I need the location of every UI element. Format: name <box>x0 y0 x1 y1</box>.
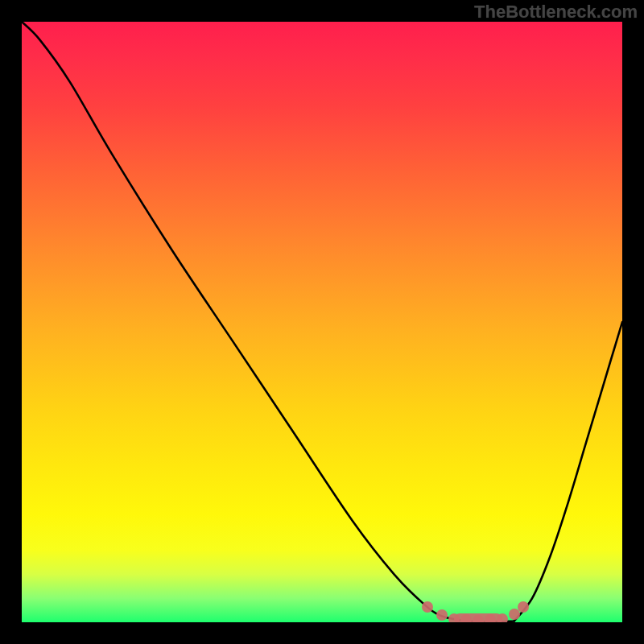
chart-container: TheBottleneck.com <box>0 0 644 644</box>
highlight-dot-2 <box>448 613 460 622</box>
highlight-cluster <box>22 22 622 622</box>
highlight-dot-3 <box>460 614 472 622</box>
plot-area <box>22 22 622 622</box>
highlight-dot-5 <box>485 614 496 622</box>
highlight-dot-4 <box>473 615 484 622</box>
highlight-dot-8 <box>518 601 529 613</box>
highlight-dot-1 <box>436 609 448 621</box>
highlight-dot-6 <box>497 613 508 622</box>
highlight-dot-0 <box>422 601 433 613</box>
watermark-text: TheBottleneck.com <box>474 2 638 23</box>
